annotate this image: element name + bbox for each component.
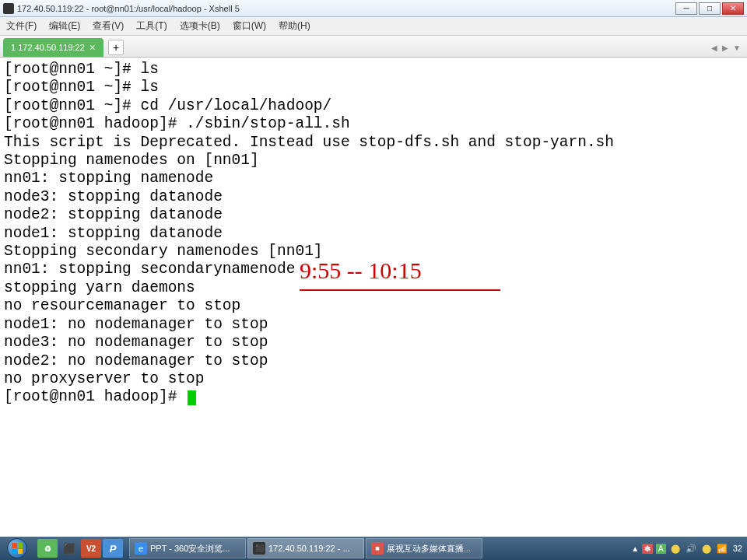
tabbar: 1 172.40.50.119:22 × + ◀ ▶ ▼: [0, 36, 747, 58]
menu-help[interactable]: 帮助(H): [277, 18, 312, 34]
taskbar-items: e PPT - 360安全浏览... ⬛ 172.40.50.119:22 - …: [129, 538, 482, 558]
taskbar: ♻ ⬛ V2 P e PPT - 360安全浏览... ⬛ 172.40.50.…: [0, 537, 747, 560]
window-controls: ─ □ ✕: [675, 2, 744, 15]
task-label: PPT - 360安全浏览...: [150, 543, 230, 555]
tabbar-controls: ◀ ▶ ▼: [711, 44, 741, 52]
annotation-underline: [300, 289, 500, 291]
menubar: 文件(F) 编辑(E) 查看(V) 工具(T) 选项卡(B) 窗口(W) 帮助(…: [0, 17, 747, 36]
tray-icon-3[interactable]: ⬤: [700, 542, 713, 555]
pinned-app-4[interactable]: P: [103, 539, 123, 558]
menu-edit[interactable]: 编辑(E): [47, 18, 82, 34]
ime-indicator-2[interactable]: A: [656, 544, 666, 554]
session-tab[interactable]: 1 172.40.50.119:22 ×: [3, 38, 103, 57]
titlebar: 172.40.50.119:22 - root@nn01:/usr/local/…: [0, 0, 747, 17]
system-tray: ▲ ✽ A ⬤ 🔊 ⬤ 📶 32: [628, 542, 747, 555]
pinned-apps: ♻ ⬛ V2 P: [34, 539, 126, 558]
new-tab-button[interactable]: +: [108, 40, 124, 55]
terminal[interactable]: [root@nn01 ~]# ls [root@nn01 ~]# ls [roo…: [0, 58, 747, 536]
app-icon: [3, 3, 14, 14]
pinned-app-3[interactable]: V2: [81, 539, 101, 558]
tray-expand-icon[interactable]: ▲: [631, 544, 639, 553]
task-item-media[interactable]: ■ 展视互动多媒体直播...: [366, 538, 482, 558]
pinned-app-1[interactable]: ♻: [37, 539, 58, 558]
ie-icon: e: [135, 542, 147, 555]
tab-next-icon[interactable]: ▶: [722, 44, 728, 52]
start-orb-icon: [7, 538, 27, 558]
menu-tabs[interactable]: 选项卡(B): [178, 18, 222, 34]
network-icon[interactable]: 📶: [716, 542, 728, 555]
cursor: [188, 390, 196, 405]
tray-icon-1[interactable]: ⬤: [669, 542, 682, 555]
tray-icon-2[interactable]: 🔊: [685, 542, 697, 555]
menu-window[interactable]: 窗口(W): [231, 18, 268, 34]
minimize-button[interactable]: ─: [675, 2, 697, 15]
tab-label: 1 172.40.50.119:22: [11, 43, 85, 52]
task-item-xshell[interactable]: ⬛ 172.40.50.119:22 - ...: [247, 538, 364, 558]
start-button[interactable]: [0, 537, 34, 560]
window-title: 172.40.50.119:22 - root@nn01:/usr/local/…: [17, 4, 675, 13]
terminal-output: [root@nn01 ~]# ls [root@nn01 ~]# ls [roo…: [4, 61, 747, 407]
menu-file[interactable]: 文件(F): [5, 18, 38, 34]
xshell-icon: ⬛: [253, 542, 265, 555]
task-label: 展视互动多媒体直播...: [387, 543, 471, 555]
ime-indicator-1[interactable]: ✽: [642, 544, 653, 554]
clock[interactable]: 32: [731, 544, 744, 553]
close-button[interactable]: ✕: [722, 2, 744, 15]
tab-dropdown-icon[interactable]: ▼: [733, 44, 741, 52]
task-label: 172.40.50.119:22 - ...: [268, 544, 350, 553]
time-annotation: 9:55 -- 10:15: [300, 257, 422, 284]
clock-time: 32: [733, 544, 742, 553]
maximize-button[interactable]: □: [699, 2, 721, 15]
menu-tools[interactable]: 工具(T): [135, 18, 168, 34]
tab-close-icon[interactable]: ×: [89, 41, 96, 54]
pinned-app-2[interactable]: ⬛: [59, 539, 79, 558]
media-icon: ■: [371, 542, 384, 555]
tab-prev-icon[interactable]: ◀: [711, 44, 717, 52]
task-item-browser[interactable]: e PPT - 360安全浏览...: [129, 538, 246, 558]
menu-view[interactable]: 查看(V): [91, 18, 125, 34]
